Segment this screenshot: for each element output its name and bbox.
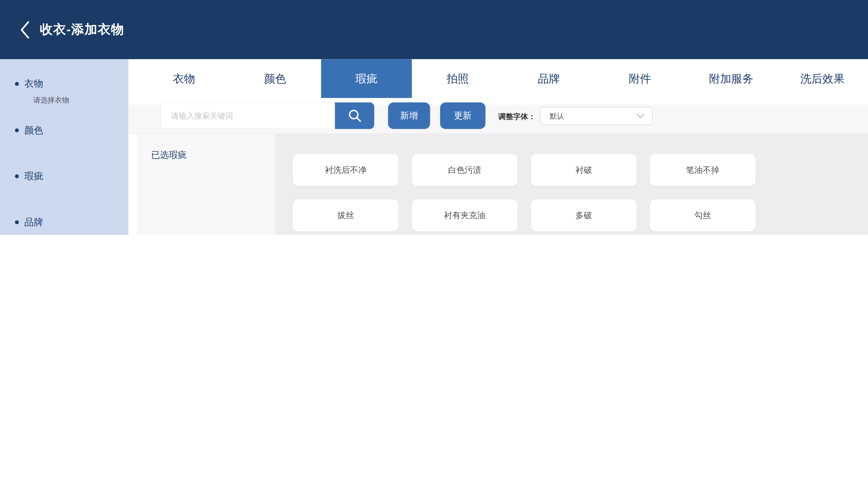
defect-button[interactable]: 笔油不掉 (650, 154, 756, 186)
tab-item[interactable]: 品牌 (503, 59, 594, 98)
sidebar-item-label: 品牌 (24, 216, 43, 229)
sidebar-item[interactable]: 瑕疵 (0, 170, 128, 183)
defect-list-area: 衬洗后不净白色污渍衬破笔油不掉拔丝衬有夹克油多破勾丝刮丝虫蛀白渍尽去衬长掉毛掉皮… (275, 134, 868, 235)
defect-button[interactable]: 勾丝 (650, 199, 756, 231)
sidebar-item-label: 瑕疵 (24, 170, 43, 183)
defect-grid: 衬洗后不净白色污渍衬破笔油不掉拔丝衬有夹克油多破勾丝刮丝虫蛀白渍尽去衬长掉毛掉皮… (293, 154, 756, 235)
tab-bar: 衣物颜色瑕疵拍照品牌附件附加服务洗后效果 (138, 59, 868, 104)
selected-defects-title: 已选瑕疵 (151, 150, 187, 161)
bullet-icon (15, 128, 19, 132)
sidebar-item-label: 衣物 (24, 77, 43, 90)
app-window: 收衣-添加衣物 衣物请选择衣物颜色瑕疵品牌附件附加服务洗后效果 是否使用固定排序… (0, 0, 868, 235)
tab-item[interactable]: 颜色 (229, 59, 321, 98)
defect-button[interactable]: 拔丝 (293, 199, 399, 231)
defect-button[interactable]: 衬洗后不净 (293, 154, 399, 186)
sidebar-item-label: 颜色 (24, 124, 43, 137)
selected-defects-panel: 已选瑕疵 (137, 134, 275, 235)
back-button[interactable] (16, 20, 34, 40)
tab-item[interactable]: 瑕疵 (321, 59, 412, 98)
sidebar-item[interactable]: 品牌 (0, 216, 128, 229)
update-button[interactable]: 更新 (440, 102, 485, 129)
page-title: 收衣-添加衣物 (40, 21, 124, 38)
defect-button[interactable]: 衬破 (531, 154, 637, 186)
defect-button[interactable]: 多破 (531, 199, 637, 231)
tab-item[interactable]: 洗后效果 (777, 59, 868, 98)
font-adjust-label: 调整字体： (498, 112, 536, 122)
sidebar-item[interactable]: 衣物 (0, 77, 128, 91)
sidebar: 衣物请选择衣物颜色瑕疵品牌附件附加服务洗后效果 是否使用固定排序 (0, 59, 128, 235)
bullet-icon (15, 174, 19, 178)
font-select[interactable]: 默认 (540, 107, 653, 125)
tab-item[interactable]: 附加服务 (686, 59, 777, 98)
add-button[interactable]: 新增 (388, 102, 430, 129)
app-header: 收衣-添加衣物 (0, 0, 868, 59)
sidebar-item-note: 请选择衣物 (33, 95, 69, 105)
sidebar-item[interactable]: 颜色 (0, 124, 128, 137)
tab-item[interactable]: 拍照 (412, 59, 503, 98)
font-select-value: 默认 (550, 111, 637, 121)
defect-button[interactable]: 白色污渍 (412, 154, 518, 186)
main-content: 衣物颜色瑕疵拍照品牌附件附加服务洗后效果 新增 更新 调整字体： 默认 已选瑕疵… (128, 59, 868, 235)
chevron-down-icon (637, 114, 645, 118)
search-icon (347, 108, 362, 123)
tab-item[interactable]: 附件 (594, 59, 685, 98)
search-button[interactable] (335, 102, 374, 129)
bullet-icon (15, 220, 19, 224)
bullet-icon (15, 82, 19, 86)
search-input[interactable] (161, 102, 335, 129)
defect-button[interactable]: 衬有夹克油 (412, 199, 518, 231)
tab-item[interactable]: 衣物 (138, 59, 229, 98)
search-box (161, 102, 374, 129)
chevron-left-icon (19, 21, 30, 39)
